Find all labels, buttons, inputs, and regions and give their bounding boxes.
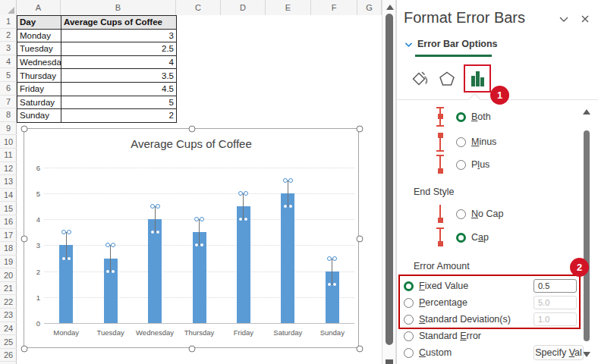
- error-bar[interactable]: [110, 245, 111, 271]
- chart-selection-handle[interactable]: [357, 236, 364, 243]
- chart-bar[interactable]: [148, 219, 162, 323]
- error-bar[interactable]: [243, 193, 244, 219]
- row-header-10[interactable]: 10: [0, 135, 17, 149]
- scroll-down-icon[interactable]: [583, 352, 590, 357]
- cell[interactable]: Sunday: [17, 109, 61, 123]
- error-bar[interactable]: [288, 180, 288, 206]
- worksheet-scrollbar-thumb[interactable]: [386, 14, 393, 345]
- error-bar[interactable]: [155, 206, 156, 232]
- option-standard-deviation-s-[interactable]: Standard Deviation(s): [404, 311, 511, 328]
- cell[interactable]: Day: [17, 16, 61, 30]
- row-header-24[interactable]: 24: [0, 322, 17, 336]
- chart-selection-handle[interactable]: [21, 346, 28, 353]
- column-header-A[interactable]: A: [17, 0, 61, 15]
- scroll-up-icon[interactable]: [583, 109, 590, 115]
- radio-button[interactable]: [404, 315, 414, 325]
- radio-button[interactable]: [456, 112, 466, 122]
- panel-scrollbar-thumb[interactable]: [584, 130, 590, 341]
- row-header-19[interactable]: 19: [0, 256, 17, 269]
- radio-button[interactable]: [404, 348, 414, 358]
- percentage-input[interactable]: [533, 296, 577, 309]
- close-icon[interactable]: [579, 13, 591, 25]
- option-plus[interactable]: Plus: [434, 152, 489, 177]
- scroll-down-icon[interactable]: [386, 359, 393, 364]
- column-header-G[interactable]: G: [357, 0, 382, 15]
- row-header-17[interactable]: 17: [0, 229, 17, 243]
- option-custom[interactable]: Custom: [404, 344, 452, 361]
- chart-bar[interactable]: [281, 193, 294, 323]
- radio-button[interactable]: [456, 233, 466, 243]
- cell[interactable]: Average Cups of Coffee: [61, 16, 177, 30]
- option-no-cap[interactable]: No Cap: [434, 202, 503, 226]
- cell[interactable]: Saturday: [17, 96, 61, 109]
- chart-selection-handle[interactable]: [357, 126, 364, 133]
- row-header-14[interactable]: 14: [0, 189, 17, 202]
- row-header-2[interactable]: 2: [0, 29, 17, 42]
- row-header-7[interactable]: 7: [0, 96, 17, 109]
- column-header-B[interactable]: B: [61, 0, 176, 15]
- chart-selection-handle[interactable]: [357, 346, 364, 353]
- cell[interactable]: 3: [61, 29, 177, 42]
- radio-button[interactable]: [456, 209, 466, 219]
- cell[interactable]: 2: [61, 109, 177, 123]
- panel-scrollbar[interactable]: [581, 105, 592, 364]
- chart-selection-handle[interactable]: [21, 236, 28, 243]
- row-header-16[interactable]: 16: [0, 215, 17, 229]
- cell[interactable]: 4: [61, 55, 177, 69]
- row-header-25[interactable]: 25: [0, 335, 17, 349]
- specify-value-button[interactable]: Specify Val: [533, 345, 584, 360]
- cell[interactable]: Wednesday: [17, 55, 61, 69]
- worksheet-vertical-scrollbar[interactable]: [382, 0, 396, 364]
- radio-button[interactable]: [404, 281, 414, 291]
- cell[interactable]: Thursday: [17, 69, 61, 83]
- cell[interactable]: Monday: [17, 29, 61, 42]
- row-header-3[interactable]: 3: [0, 42, 17, 55]
- chart-selection-handle[interactable]: [21, 126, 28, 133]
- column-header-F[interactable]: F: [311, 0, 357, 15]
- row-header-12[interactable]: 12: [0, 162, 17, 176]
- row-header-8[interactable]: 8: [0, 108, 17, 122]
- standard-deviation-s--input[interactable]: [533, 312, 577, 326]
- error-bar-options-tab[interactable]: [464, 64, 491, 93]
- chart-selection-handle[interactable]: [189, 126, 196, 133]
- cell[interactable]: 2.5: [61, 42, 177, 56]
- cell[interactable]: 5: [61, 96, 177, 109]
- select-all-corner[interactable]: [0, 0, 17, 15]
- chart[interactable]: Average Cups of Coffee 0123456MondayTues…: [24, 128, 359, 348]
- row-header-18[interactable]: 18: [0, 242, 17, 256]
- row-header-11[interactable]: 11: [0, 149, 17, 162]
- cell[interactable]: 3.5: [61, 69, 177, 83]
- column-header-C[interactable]: C: [176, 0, 221, 15]
- fixed-value-input[interactable]: [533, 279, 577, 293]
- chart-selection-handle[interactable]: [189, 346, 196, 353]
- error-bar[interactable]: [199, 219, 200, 245]
- option-minus[interactable]: Minus: [434, 130, 496, 154]
- error-bar[interactable]: [66, 232, 67, 258]
- chevron-down-icon[interactable]: [558, 13, 570, 25]
- row-header-9[interactable]: 9: [0, 122, 17, 136]
- row-header-6[interactable]: 6: [0, 82, 17, 96]
- row-header-5[interactable]: 5: [0, 68, 17, 82]
- radio-button[interactable]: [404, 331, 414, 341]
- row-header-21[interactable]: 21: [0, 282, 17, 296]
- row-header-22[interactable]: 22: [0, 295, 17, 309]
- error-bar-options-header[interactable]: Error Bar Options: [404, 39, 498, 49]
- cell[interactable]: Friday: [17, 82, 61, 96]
- option-percentage[interactable]: Percentage: [404, 294, 467, 311]
- row-header-1[interactable]: 1: [0, 15, 17, 29]
- radio-button[interactable]: [456, 160, 466, 170]
- option-standard-error[interactable]: Standard Error: [404, 328, 481, 344]
- error-bar[interactable]: [332, 259, 332, 284]
- scroll-up-icon[interactable]: [386, 5, 394, 10]
- option-both[interactable]: Both: [434, 105, 491, 129]
- row-header-26[interactable]: 26: [0, 349, 17, 362]
- row-header-20[interactable]: 20: [0, 268, 17, 282]
- option-cap[interactable]: Cap: [434, 225, 489, 249]
- cell[interactable]: 4.5: [61, 82, 177, 96]
- option-fixed-value[interactable]: Fixed Value: [404, 278, 468, 294]
- row-header-4[interactable]: 4: [0, 55, 17, 69]
- radio-button[interactable]: [456, 137, 466, 147]
- row-header-15[interactable]: 15: [0, 202, 17, 215]
- column-header-E[interactable]: E: [266, 0, 311, 15]
- effects-icon[interactable]: [436, 68, 458, 89]
